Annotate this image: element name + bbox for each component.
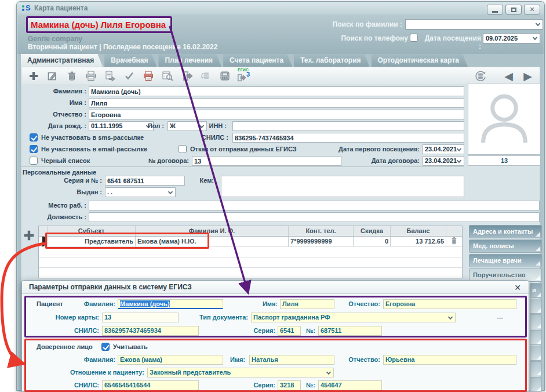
patient-photo-placeholder[interactable]	[468, 83, 541, 155]
sidebar-item-addresses[interactable]: Адреса и контакты	[469, 225, 542, 238]
blacklist-checkbox[interactable]	[30, 157, 38, 165]
trustee-name-input[interactable]: Наталья	[249, 355, 334, 365]
patronymic-input[interactable]	[89, 110, 464, 119]
egisz-export-button[interactable]: ЕГИС 3	[236, 69, 251, 84]
dlg-snils-input[interactable]: 8362957437465934	[102, 326, 199, 336]
sidebar-item-partial[interactable]	[530, 346, 542, 361]
col-discount: Скидка	[354, 226, 391, 236]
close-button[interactable]: ✕	[524, 5, 540, 14]
header-band: Мамкина (дочь) Лиля Егоровна Genrie comp…	[17, 14, 544, 54]
add-relative-button[interactable]	[21, 228, 36, 242]
trustee-snils-input[interactable]: 6546545416544	[102, 380, 199, 390]
search-surname-input[interactable]	[405, 19, 543, 30]
position-input[interactable]	[89, 212, 540, 222]
birthdate-label: Дата рожд. :	[21, 121, 86, 131]
sidebar-item-partial[interactable]: и	[530, 283, 542, 298]
add-icon	[28, 70, 39, 82]
passport-series-input[interactable]	[105, 176, 185, 186]
db-refresh-button[interactable]	[473, 69, 487, 84]
surname-input[interactable]	[89, 86, 464, 96]
exit-arrow-icon	[181, 70, 192, 82]
issued-combo[interactable]: . .	[105, 187, 176, 197]
person-silhouette-icon	[478, 91, 531, 147]
add-button[interactable]	[26, 69, 41, 84]
sidebar-item-partial[interactable]	[530, 361, 542, 376]
trustee-consider-label: Учитывать	[113, 342, 148, 352]
sidebar-item-partial[interactable]	[530, 299, 542, 314]
copy-document-button[interactable]	[103, 69, 117, 84]
inn-input[interactable]	[232, 121, 464, 131]
visit-date-combo[interactable]: 09.07.2025	[483, 33, 540, 43]
minimize-button[interactable]	[487, 5, 503, 14]
print-fiscal-button[interactable]	[141, 69, 155, 84]
issued-by-input[interactable]	[221, 176, 464, 197]
print-button[interactable]	[83, 69, 98, 84]
table-header-row: Субъект Фамилия И. О. Конт. тел. Скидка …	[39, 226, 462, 237]
next-record-button[interactable]: ▶	[520, 69, 535, 84]
sidebar-item-doctors[interactable]: Лечащие врачи	[469, 254, 542, 267]
tab-medical[interactable]: Врачебная	[104, 54, 156, 67]
table-row-representative[interactable]: Представитель Ежова (мама) Н.Ю. 7*999999…	[39, 237, 462, 247]
contract-date-combo[interactable]: 23.04.2021	[423, 156, 464, 166]
tab-patient-bills[interactable]: Счета пациента	[223, 54, 292, 67]
egisz-optout-checkbox[interactable]	[179, 145, 187, 153]
no-sms-checkbox[interactable]	[30, 133, 38, 141]
trustee-patronymic-input[interactable]: Юрьевна	[383, 355, 516, 365]
check-icon	[123, 70, 135, 82]
trustee-relation-combo[interactable]: Законный представитель	[147, 368, 334, 378]
tab-administrative[interactable]: Административная	[21, 54, 103, 67]
edit-button[interactable]	[45, 69, 60, 84]
maximize-icon	[511, 8, 516, 12]
toolbar: ЕГИС 3 ◀ ▶	[21, 67, 540, 85]
tab-treatment-plan[interactable]: План лечения	[158, 54, 221, 67]
inn-label: ИНН :	[192, 121, 227, 131]
dlg-number-label: №:	[303, 326, 315, 336]
first-visit-combo[interactable]: 23.04.2021	[423, 144, 464, 154]
sex-label: Пол :	[140, 121, 164, 131]
dlg-series-label: Серия:	[217, 326, 275, 336]
no-email-checkbox[interactable]	[30, 145, 38, 153]
sidebar-item-partial[interactable]	[530, 314, 542, 329]
empty-table-row	[39, 268, 462, 278]
delete-button[interactable]	[64, 69, 79, 84]
trustee-series-input[interactable]: 3218	[278, 380, 301, 390]
trustee-surname-input[interactable]: Ежова (мама)	[118, 355, 223, 365]
sidebar-item-partial[interactable]	[530, 330, 542, 345]
maximize-button[interactable]	[505, 5, 522, 14]
dlg-card-input[interactable]: 13	[102, 313, 179, 322]
dlg-series-input[interactable]: 6541	[278, 326, 301, 336]
visit-search-button[interactable]	[160, 69, 174, 84]
prev-arrow-icon: ◀	[504, 69, 513, 84]
sync-database-button[interactable]	[198, 69, 213, 84]
tab-tech-lab[interactable]: Тех. лаборатория	[294, 54, 369, 67]
dlg-patronymic-input[interactable]: Егоровна	[383, 299, 516, 309]
export-button[interactable]	[179, 69, 194, 84]
empty-table-row	[39, 257, 462, 268]
tab-orthodontic-card[interactable]: Ортодонтическая карта	[372, 54, 468, 67]
prev-record-button[interactable]: ◀	[501, 69, 516, 84]
dlg-number-input[interactable]: 687511	[318, 326, 382, 336]
printer-icon	[85, 70, 97, 82]
trustee-consider-checkbox[interactable]	[101, 343, 110, 351]
dlg-name-input[interactable]: Лиля	[280, 299, 334, 309]
row-delete-button[interactable]	[446, 237, 462, 246]
search-surname-label: Поиск по фамилии :	[261, 20, 402, 28]
sidebar-item-med-policies[interactable]: Мед. полисы	[469, 239, 542, 253]
sidebar-item-partial[interactable]	[530, 377, 542, 392]
dlg-surname-input[interactable]: Мамкина (дочь)	[118, 299, 223, 309]
dialog-close-button[interactable]: ✕	[512, 282, 523, 293]
surname-label: Фамилия :	[21, 86, 86, 96]
confirm-button[interactable]	[122, 69, 136, 84]
patient-status-line: Вторичный пациент | Последнее посещение …	[28, 43, 217, 51]
workplace-input[interactable]	[89, 201, 540, 210]
no-sms-label: Не участвовать в sms-рассылке	[41, 133, 144, 142]
search-phone-checkbox[interactable]	[410, 34, 418, 42]
snils-input[interactable]	[232, 133, 464, 143]
database-refresh-icon	[474, 70, 487, 82]
firstname-input[interactable]	[89, 98, 464, 108]
register-button[interactable]	[217, 69, 232, 84]
patient-section-label: Пациент	[37, 299, 63, 309]
dlg-doctype-combo[interactable]: Паспорт гражданина РФ	[251, 313, 456, 322]
trustee-number-input[interactable]: 454647	[318, 380, 382, 390]
window-title: Карта пациента	[34, 4, 88, 12]
